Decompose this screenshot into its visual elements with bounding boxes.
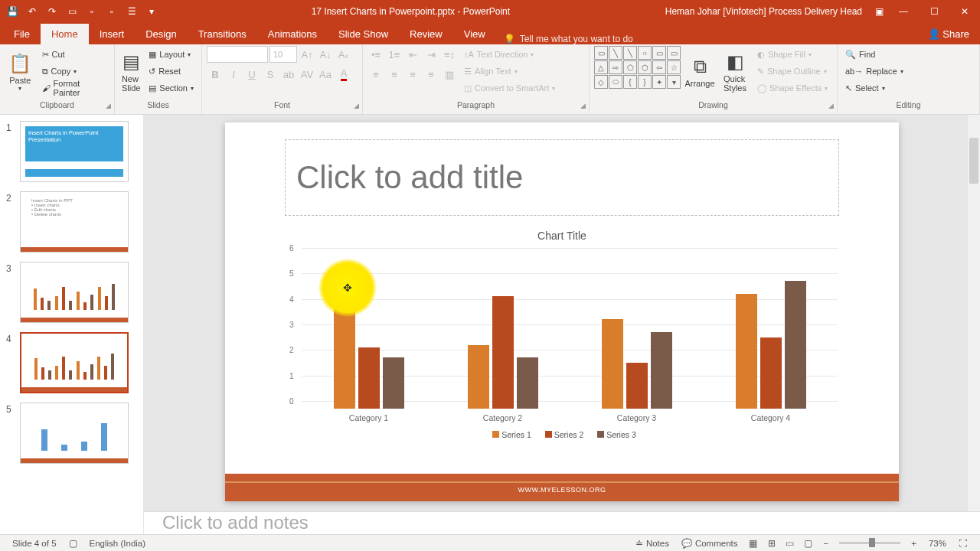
tab-review[interactable]: Review <box>399 24 453 44</box>
slide-thumb-5[interactable] <box>20 403 129 464</box>
zoom-out-button[interactable]: − <box>818 539 835 548</box>
replace-button[interactable]: ab→Replace▾ <box>842 63 906 80</box>
shape-fill-button[interactable]: ◐Shape Fill▾ <box>754 46 831 63</box>
tab-file[interactable]: File <box>3 24 41 44</box>
align-text-button[interactable]: ☰Align Text▾ <box>461 63 558 80</box>
chart-bar[interactable] <box>492 296 514 409</box>
chart-bar[interactable] <box>785 281 806 409</box>
shrink-font-icon[interactable]: A↓ <box>317 46 334 63</box>
shape-effects-button[interactable]: ◯Shape Effects▾ <box>754 80 831 96</box>
sorter-view-icon[interactable]: ⊞ <box>763 538 781 549</box>
minimize-button[interactable]: — <box>888 0 919 23</box>
qat-icon[interactable]: ▫ <box>83 2 101 21</box>
close-button[interactable]: ✕ <box>949 0 980 23</box>
font-color-icon[interactable]: A <box>335 66 352 83</box>
language-indicator[interactable]: English (India) <box>83 539 152 548</box>
chart-object[interactable]: Chart Title ✥ 0123456 Category 1Category… <box>286 230 838 448</box>
underline-icon[interactable]: U <box>243 66 260 83</box>
zoom-in-button[interactable]: + <box>905 539 923 548</box>
align-left-icon[interactable]: ≡ <box>368 66 384 83</box>
title-placeholder[interactable]: Click to add title <box>285 139 839 216</box>
clear-formatting-icon[interactable]: Aₓ <box>335 46 352 63</box>
slideshow-view-icon[interactable]: ▢ <box>799 538 818 549</box>
fit-to-window-icon[interactable]: ⛶ <box>952 539 974 548</box>
tab-transitions[interactable]: Transitions <box>188 24 257 44</box>
slide-thumb-3[interactable] <box>20 262 129 323</box>
chart-bar[interactable] <box>760 337 782 409</box>
chart-bar[interactable] <box>651 332 672 409</box>
slide-canvas[interactable]: Click to add title Chart Title ✥ 0123456… <box>225 122 899 501</box>
ribbon-display-icon[interactable]: ▣ <box>870 2 888 21</box>
dialog-launcher-icon[interactable]: ◢ <box>580 102 586 109</box>
font-size-input[interactable] <box>270 46 297 63</box>
chart-bar[interactable] <box>358 347 380 409</box>
align-right-icon[interactable]: ≡ <box>404 66 421 83</box>
shape-outline-button[interactable]: ✎Shape Outline▾ <box>754 63 831 80</box>
chart-bar[interactable] <box>602 319 623 409</box>
touch-mode-icon[interactable]: ☰ <box>122 2 141 21</box>
start-from-beginning-icon[interactable]: ▭ <box>63 2 81 21</box>
arrange-button[interactable]: ⧉Arrange <box>684 46 716 98</box>
bold-icon[interactable]: B <box>207 66 224 83</box>
quick-styles-button[interactable]: ◧Quick Styles <box>719 46 751 98</box>
justify-icon[interactable]: ≡ <box>423 66 439 83</box>
text-direction-button[interactable]: ↕AText Direction▾ <box>461 46 558 63</box>
comments-button[interactable]: 💬 Comments <box>675 538 744 549</box>
share-button[interactable]: 👤 Share <box>917 24 980 44</box>
dialog-launcher-icon[interactable]: ◢ <box>354 102 359 109</box>
slide-thumb-1[interactable]: Insert Charts in PowerPoint Presentation <box>20 121 129 182</box>
slide-counter[interactable]: Slide 4 of 5 <box>6 539 63 548</box>
align-center-icon[interactable]: ≡ <box>386 66 403 83</box>
slide-thumb-2[interactable]: Insert Charts in PPT• Insert charts• Edi… <box>20 191 129 253</box>
maximize-button[interactable]: ☐ <box>919 0 949 23</box>
chart-bar[interactable] <box>517 357 538 409</box>
char-spacing-icon[interactable]: AV <box>299 66 315 83</box>
new-slide-button[interactable]: ▤New Slide <box>119 46 142 98</box>
dialog-launcher-icon[interactable]: ◢ <box>106 102 111 109</box>
normal-view-icon[interactable]: ▦ <box>744 538 763 549</box>
tab-insert[interactable]: Insert <box>89 24 136 44</box>
bullets-icon[interactable]: •≡ <box>368 46 384 63</box>
numbering-icon[interactable]: 1≡ <box>386 46 403 63</box>
qat-icon[interactable]: ▫ <box>103 2 121 21</box>
slide-editor[interactable]: Click to add title Chart Title ✥ 0123456… <box>144 115 980 534</box>
vertical-scrollbar[interactable] <box>968 115 980 511</box>
tab-design[interactable]: Design <box>135 24 187 44</box>
chart-legend[interactable]: Series 1Series 2Series 3 <box>286 430 838 439</box>
tab-view[interactable]: View <box>453 24 496 44</box>
select-button[interactable]: ↖Select▾ <box>842 80 906 96</box>
redo-icon[interactable]: ↷ <box>43 2 61 21</box>
tab-animations[interactable]: Animations <box>257 24 328 44</box>
tell-me-search[interactable]: 💡Tell me what you want to do <box>496 34 641 44</box>
shadow-icon[interactable]: S <box>262 66 279 83</box>
strikethrough-icon[interactable]: ab <box>280 66 297 83</box>
chart-bar[interactable] <box>468 345 489 409</box>
decrease-indent-icon[interactable]: ⇤ <box>404 46 421 63</box>
slide-thumb-4[interactable] <box>20 332 129 393</box>
reading-view-icon[interactable]: ▭ <box>781 538 799 549</box>
find-button[interactable]: 🔍Find <box>842 46 906 63</box>
shapes-gallery[interactable]: ▭╲╲○▭▭ △⇨⬠⬡⇦☆ ◇⬭{}✦▾ <box>594 46 681 89</box>
notes-button[interactable]: ≐ Notes <box>629 538 675 549</box>
columns-icon[interactable]: ▥ <box>441 66 458 83</box>
zoom-level[interactable]: 73% <box>923 539 952 548</box>
customize-qat-icon[interactable]: ▾ <box>142 2 161 21</box>
chart-bar[interactable] <box>334 299 355 409</box>
line-spacing-icon[interactable]: ≡↕ <box>441 46 458 63</box>
notes-placeholder[interactable]: Click to add notes <box>144 511 980 534</box>
cut-button[interactable]: ✂Cut <box>39 46 109 63</box>
tab-home[interactable]: Home <box>41 24 89 44</box>
format-painter-button[interactable]: 🖌Format Painter <box>39 80 109 96</box>
spell-check-icon[interactable]: ▢ <box>63 538 83 549</box>
save-icon[interactable]: 💾 <box>3 2 21 21</box>
layout-button[interactable]: ▦Layout▾ <box>145 46 197 63</box>
chart-plot-area[interactable]: ✥ 0123456 <box>302 248 838 409</box>
reset-button[interactable]: ↺Reset <box>145 63 197 80</box>
convert-smartart-button[interactable]: ◫Convert to SmartArt▾ <box>461 80 558 96</box>
change-case-icon[interactable]: Aa <box>317 66 334 83</box>
chart-title[interactable]: Chart Title <box>286 230 838 242</box>
increase-indent-icon[interactable]: ⇥ <box>423 46 439 63</box>
italic-icon[interactable]: I <box>225 66 242 83</box>
copy-button[interactable]: ⧉Copy▾ <box>39 63 109 80</box>
grow-font-icon[interactable]: A↑ <box>299 46 315 63</box>
